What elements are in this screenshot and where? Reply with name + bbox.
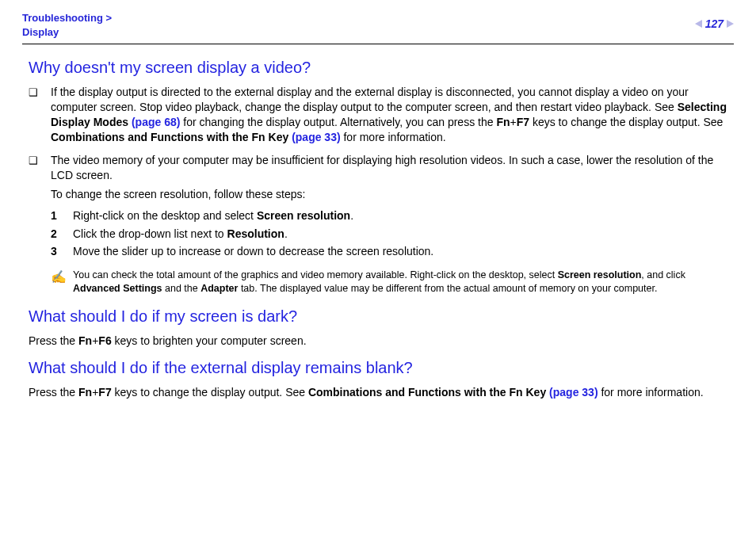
text: The video memory of your computer may be… <box>51 153 727 183</box>
step-body: Move the slider up to increase or down t… <box>73 242 433 260</box>
page-number-nav: 127 <box>695 11 734 30</box>
note-block: ✍ You can check the total amount of the … <box>51 269 727 296</box>
text: + <box>510 116 516 128</box>
text: . <box>350 209 353 222</box>
list-item: 2 Click the drop-down list next to Resol… <box>51 225 727 242</box>
page-header: Troubleshooting > Display 127 <box>22 11 734 44</box>
page-container: Troubleshooting > Display 127 Why doesn'… <box>0 0 756 400</box>
text-bold: Combinations and Functions with the Fn K… <box>308 386 549 399</box>
text-bold: Adapter <box>200 283 238 294</box>
list-item: ❑ If the display output is directed to t… <box>29 85 727 145</box>
text-bold: Advanced Settings <box>73 283 162 294</box>
text: . <box>284 227 288 240</box>
step-number: 2 <box>51 225 73 242</box>
text: and the <box>162 283 201 294</box>
text: Click the drop-down list next to <box>73 227 227 240</box>
key-f7: F7 <box>517 116 529 128</box>
text-bold: Combinations and Functions with the Fn K… <box>51 131 292 143</box>
key-fn: Fn <box>78 334 92 347</box>
text: keys to change the display output. See <box>529 116 723 128</box>
note-icon: ✍ <box>51 269 73 286</box>
text: for more information. <box>598 386 704 399</box>
paragraph: Press the Fn+F6 keys to brighten your co… <box>29 334 727 349</box>
page-content: Why doesn't my screen display a video? ❑… <box>22 59 734 400</box>
text: Press the <box>29 386 78 399</box>
key-fn: Fn <box>496 116 510 128</box>
text: If the display output is directed to the… <box>51 86 689 113</box>
note-body: You can check the total amount of the gr… <box>73 269 727 296</box>
heading-dark: What should I do if my screen is dark? <box>29 307 727 326</box>
page-link-33[interactable]: (page 33) <box>549 386 598 399</box>
heading-video: Why doesn't my screen display a video? <box>29 59 727 77</box>
numbered-list: 1 Right-click on the desktop and select … <box>51 207 727 260</box>
text: keys to change the display output. See <box>112 386 308 399</box>
text: To change the screen resolution, follow … <box>51 187 727 202</box>
bullet-icon: ❑ <box>29 85 51 100</box>
key-f6: F6 <box>98 334 111 347</box>
prev-page-icon[interactable] <box>695 20 702 28</box>
step-body: Right-click on the desktop and select Sc… <box>73 207 353 224</box>
key-fn: Fn <box>78 386 92 399</box>
bullet-body: If the display output is directed to the… <box>51 85 727 145</box>
heading-external: What should I do if the external display… <box>29 359 727 377</box>
key-f7: F7 <box>98 386 111 399</box>
page-link-68[interactable]: (page 68) <box>132 116 180 128</box>
list-item: ❑ The video memory of your computer may … <box>29 153 727 296</box>
text: , and click <box>641 269 685 280</box>
page-link-33[interactable]: (page 33) <box>292 131 340 143</box>
list-item: 3 Move the slider up to increase or down… <box>51 242 727 260</box>
text: for changing the display output. Alterna… <box>180 116 496 128</box>
paragraph: Press the Fn+F7 keys to change the displ… <box>29 385 727 400</box>
next-page-icon[interactable] <box>727 20 734 28</box>
step-number: 3 <box>51 242 73 260</box>
text: tab. The displayed value may be differen… <box>238 283 657 294</box>
text-bold: Resolution <box>227 227 284 240</box>
text: Right-click on the desktop and select <box>73 209 257 222</box>
breadcrumb-bottom: Display <box>22 26 59 38</box>
text-bold: Screen resolution <box>558 269 642 280</box>
breadcrumb: Troubleshooting > Display <box>22 11 112 39</box>
bullet-icon: ❑ <box>29 153 51 168</box>
text: keys to brighten your computer screen. <box>112 334 307 347</box>
list-item: 1 Right-click on the desktop and select … <box>51 207 727 224</box>
page-number: 127 <box>705 17 724 30</box>
text: for more information. <box>341 131 446 143</box>
text-bold: Screen resolution <box>257 209 350 222</box>
step-body: Click the drop-down list next to Resolut… <box>73 225 288 242</box>
text: You can check the total amount of the gr… <box>73 269 558 280</box>
bullet-body: The video memory of your computer may be… <box>51 153 727 296</box>
bullet-list: ❑ If the display output is directed to t… <box>29 85 727 296</box>
breadcrumb-top: Troubleshooting > <box>22 12 112 24</box>
text: Press the <box>29 334 78 347</box>
step-number: 1 <box>51 207 73 224</box>
